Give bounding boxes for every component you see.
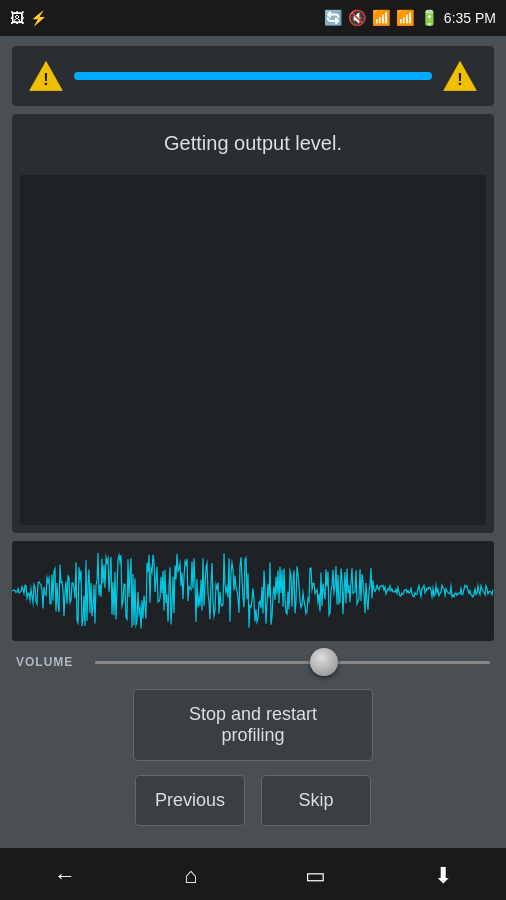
warning-right-icon: ! (442, 58, 478, 94)
svg-text:!: ! (43, 70, 48, 88)
recents-nav-icon[interactable]: ▭ (305, 863, 326, 889)
progress-fill (74, 72, 432, 80)
wifi-icon: 📶 (372, 9, 391, 27)
audio-strip-canvas (12, 541, 494, 641)
sync-icon: 🔄 (324, 9, 343, 27)
nav-bar: ← ⌂ ▭ ⬇ (0, 848, 506, 900)
previous-button[interactable]: Previous (135, 775, 245, 826)
restart-profiling-button[interactable]: Stop and restart profiling (133, 689, 373, 761)
volume-label: VOLUME (16, 655, 81, 669)
nav-buttons-row: Previous Skip (135, 775, 371, 826)
status-bar-left: 🖼 ⚡ (10, 10, 47, 26)
waveform-area (20, 175, 486, 525)
gallery-icon: 🖼 (10, 10, 24, 26)
audio-strip (12, 541, 494, 641)
volume-slider-track[interactable] (95, 661, 490, 664)
button-section: Stop and restart profiling Previous Skip (12, 683, 494, 838)
signal-icon: 📶 (396, 9, 415, 27)
back-nav-icon[interactable]: ← (54, 863, 76, 889)
output-title: Getting output level. (12, 114, 494, 167)
status-bar-right: 🔄 🔇 📶 📶 🔋 6:35 PM (324, 9, 496, 27)
svg-text:!: ! (457, 70, 462, 88)
output-panel: Getting output level. (12, 114, 494, 533)
battery-icon: 🔋 (420, 9, 439, 27)
skip-button[interactable]: Skip (261, 775, 371, 826)
status-bar: 🖼 ⚡ 🔄 🔇 📶 📶 🔋 6:35 PM (0, 0, 506, 36)
warning-left-icon: ! (28, 58, 64, 94)
home-nav-icon[interactable]: ⌂ (184, 863, 197, 889)
status-time: 6:35 PM (444, 10, 496, 26)
warning-bar: ! ! (12, 46, 494, 106)
download-nav-icon[interactable]: ⬇ (434, 863, 452, 889)
usb-icon: ⚡ (30, 10, 47, 26)
main-content: ! ! Getting output level. VOLUME Stop an… (0, 36, 506, 848)
volume-row: VOLUME (12, 649, 494, 675)
progress-track (74, 72, 432, 80)
volume-mute-icon: 🔇 (348, 9, 367, 27)
waveform-canvas (20, 175, 486, 525)
volume-slider-thumb[interactable] (310, 648, 338, 676)
